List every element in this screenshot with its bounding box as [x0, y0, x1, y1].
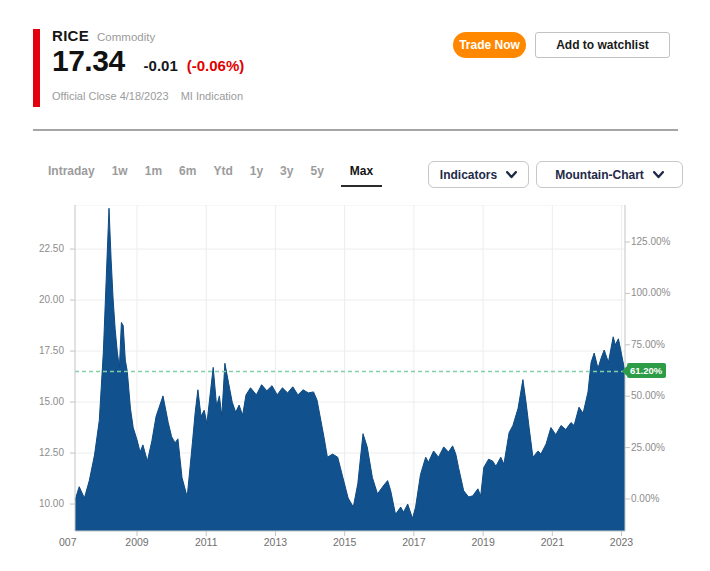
y-axis-left-label: 20.00 [0, 294, 64, 305]
price-change-percent: (-0.06%) [187, 57, 245, 74]
tab-range-max[interactable]: Max [341, 164, 382, 187]
price-area-series [75, 208, 625, 531]
x-axis-year-label: 2019 [461, 536, 505, 548]
tab-range-1w[interactable]: 1w [112, 164, 128, 178]
chart-type-dropdown[interactable]: Mountain-Chart [536, 161, 683, 188]
y-axis-left-label: 22.50 [0, 243, 64, 254]
tab-range-5y[interactable]: 5y [310, 164, 323, 178]
indicators-dropdown[interactable]: Indicators [428, 161, 529, 188]
y-axis-right-label: 50.00% [631, 390, 665, 401]
current-price: 17.34 [52, 44, 125, 78]
y-axis-left-label: 12.50 [0, 447, 64, 458]
time-range-tabs: Intraday1w1m6mYtd1y3y5yMax [48, 164, 382, 187]
x-axis-year-label: 2009 [115, 536, 159, 548]
tab-range-ytd[interactable]: Ytd [213, 164, 232, 178]
x-axis-year-label: 2023 [600, 536, 644, 548]
tab-range-1m[interactable]: 1m [145, 164, 162, 178]
tab-range-3y[interactable]: 3y [280, 164, 293, 178]
x-axis-year-label: 2013 [253, 536, 297, 548]
x-axis-year-label: 007 [46, 536, 90, 548]
y-axis-right-label: 25.00% [631, 442, 665, 453]
chevron-down-icon [653, 171, 664, 179]
y-axis-left-label: 10.00 [0, 498, 64, 509]
y-axis-left-label: 15.00 [0, 396, 64, 407]
y-axis-right-label: 125.00% [631, 236, 670, 247]
y-axis-right-label: 100.00% [631, 287, 670, 298]
close-info-row: Official Close 4/18/2023 MI Indication [52, 90, 243, 102]
indication-label: MI Indication [181, 90, 243, 102]
symbol-name: RICE [52, 27, 89, 44]
x-axis-year-label: 2011 [184, 536, 228, 548]
tab-range-6m[interactable]: 6m [179, 164, 196, 178]
indicators-dropdown-label: Indicators [440, 168, 497, 182]
mountain-chart-plot[interactable] [70, 205, 630, 538]
tab-range-1y[interactable]: 1y [250, 164, 263, 178]
x-axis-year-label: 2021 [530, 536, 574, 548]
chevron-down-icon [506, 171, 517, 179]
header-divider [33, 129, 678, 131]
red-accent-bar [33, 29, 40, 107]
price-chart: 22.5020.0017.5015.0012.5010.00125.00%100… [0, 195, 710, 571]
asset-type-label: Commodity [97, 31, 155, 43]
y-axis-right-label: 0.00% [631, 493, 659, 504]
y-axis-left-label: 17.50 [0, 345, 64, 356]
y-axis-right-label: 75.00% [631, 339, 665, 350]
price-change-absolute: -0.01 [144, 57, 178, 74]
official-close-label: Official Close 4/18/2023 [52, 90, 169, 102]
x-axis-year-label: 2015 [323, 536, 367, 548]
price-row: 17.34 -0.01 (-0.06%) [52, 44, 244, 78]
tab-range-intraday[interactable]: Intraday [48, 164, 95, 178]
current-change-badge: 61.20% [627, 363, 666, 378]
symbol-row: RICE Commodity [52, 27, 155, 44]
add-to-watchlist-button[interactable]: Add to watchlist [535, 32, 670, 58]
chart-type-dropdown-label: Mountain-Chart [555, 168, 644, 182]
current-change-badge-label: 61.20% [630, 365, 662, 376]
x-axis-year-label: 2017 [392, 536, 436, 548]
trade-now-button[interactable]: Trade Now [453, 32, 526, 58]
